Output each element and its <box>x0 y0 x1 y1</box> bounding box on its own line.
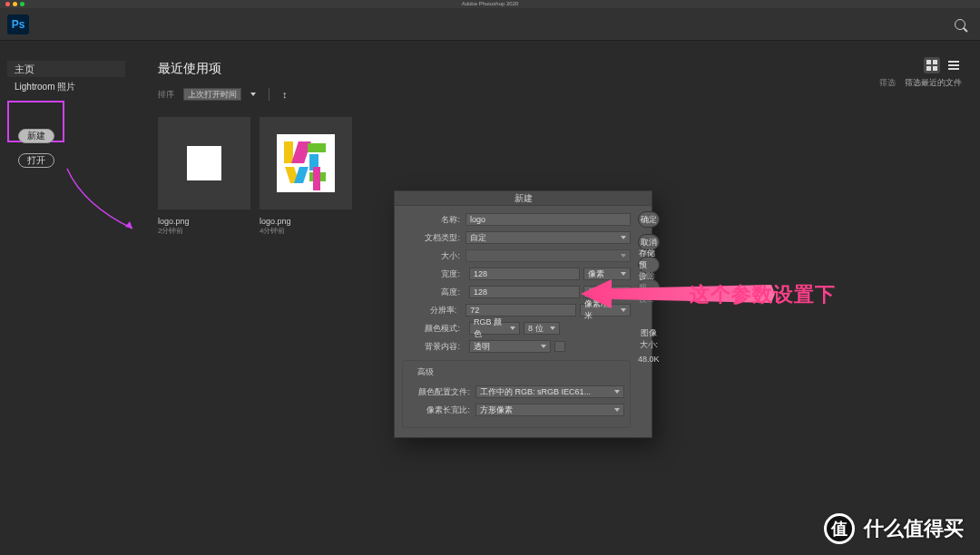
sort-label: 排序 <box>158 89 174 101</box>
file-when: 4分钟前 <box>260 226 352 236</box>
recent-thumbnails: logo.png 2分钟前 logo.png 4分钟前 <box>158 117 352 236</box>
divider <box>269 88 270 101</box>
window-title: Adobe Photoshop 2020 <box>462 1 519 6</box>
new-button[interactable]: 新建 <box>18 129 54 143</box>
thumbnail-image <box>158 117 250 209</box>
aspect-select[interactable]: 方形像素 <box>475 404 624 416</box>
sort-direction-icon[interactable]: ↕ <box>282 89 288 100</box>
aspect-label: 像素长宽比: <box>408 404 475 416</box>
chevron-down-icon <box>621 290 626 294</box>
chevron-down-icon <box>621 272 626 276</box>
app-bar: Ps <box>0 8 980 41</box>
width-label: 宽度: <box>402 268 466 280</box>
left-sidebar: 主页 Lightroom 照片 新建 打开 <box>7 61 148 93</box>
advanced-label: 高级 <box>414 366 437 378</box>
ps-logo-icon[interactable]: Ps <box>7 15 29 34</box>
watermark: 值 什么值得买 <box>824 513 964 544</box>
thumbnail-card[interactable]: logo.png 4分钟前 <box>260 117 352 236</box>
size-select[interactable] <box>466 249 631 262</box>
colormode-select[interactable]: RGB 颜色 <box>469 322 520 335</box>
thumbnail-card[interactable]: logo.png 2分钟前 <box>158 117 250 236</box>
file-name: logo.png <box>260 217 352 226</box>
delete-preset-button: 删除预设... <box>638 279 660 296</box>
chevron-down-icon <box>614 390 620 394</box>
chevron-down-icon <box>621 254 626 258</box>
chevron-down-icon <box>621 308 626 312</box>
ok-button[interactable]: 确定 <box>638 211 660 228</box>
new-document-dialog: 新建 名称: 文档类型: 自定 大小: 宽度: 像素 高度: 像素 分辨率: 像… <box>394 190 652 438</box>
chevron-down-icon <box>614 408 620 412</box>
sort-row: 排序 上次打开时间 ↕ <box>158 88 962 101</box>
recent-heading: 最近使用项 <box>158 61 962 77</box>
annotation-arrow-1 <box>64 165 136 238</box>
image-size-label: 图像大小: <box>640 328 659 349</box>
content-area: 最近使用项 排序 上次打开时间 ↕ logo.png 2分钟前 logo.png… <box>158 61 962 101</box>
doctype-label: 文档类型: <box>402 232 466 244</box>
file-when: 2分钟前 <box>158 226 250 236</box>
bitdepth-select[interactable]: 8 位 <box>524 322 560 335</box>
annotation-callout-text: 这个参数设置下 <box>690 281 836 308</box>
sidebar-item-lightroom[interactable]: Lightroom 照片 <box>7 81 148 93</box>
traffic-light-minimize[interactable] <box>13 2 17 6</box>
filter-input[interactable]: 筛选最近的文件 <box>905 77 962 89</box>
filter-label: 筛选 <box>879 77 896 89</box>
chevron-down-icon <box>541 345 546 348</box>
height-label: 高度: <box>402 287 466 298</box>
profile-label: 颜色配置文件: <box>408 386 475 398</box>
traffic-light-zoom[interactable] <box>20 2 24 6</box>
background-color-swatch[interactable] <box>554 341 565 352</box>
background-label: 背景内容: <box>402 341 466 353</box>
sidebar-item-home[interactable]: 主页 <box>7 61 125 77</box>
background-select[interactable]: 透明 <box>469 340 551 353</box>
width-unit-select[interactable]: 像素 <box>583 268 631 280</box>
resolution-unit-select[interactable]: 像素/厘米 <box>580 304 631 316</box>
image-size-value: 48.0K <box>638 355 660 364</box>
profile-select[interactable]: 工作中的 RGB: sRGB IEC61... <box>475 385 624 398</box>
grid-view-icon[interactable] <box>924 57 940 73</box>
svg-rect-0 <box>926 60 931 64</box>
filter-row: 筛选 筛选最近的文件 <box>879 77 962 89</box>
advanced-group: 高级 颜色配置文件: 工作中的 RGB: sRGB IEC61... 像素长宽比… <box>402 360 631 428</box>
watermark-text: 什么值得买 <box>864 515 964 542</box>
doctype-select[interactable]: 自定 <box>466 231 631 244</box>
traffic-light-close[interactable] <box>5 2 10 6</box>
size-label: 大小: <box>402 250 466 262</box>
macos-titlebar: Adobe Photoshop 2020 <box>0 0 980 8</box>
width-input[interactable] <box>469 268 580 280</box>
colormode-label: 颜色模式: <box>402 323 466 335</box>
search-icon[interactable] <box>955 19 969 34</box>
svg-rect-5 <box>948 64 959 66</box>
name-label: 名称: <box>402 214 466 226</box>
chevron-down-icon <box>510 326 515 330</box>
height-unit-select[interactable]: 像素 <box>583 286 631 298</box>
dialog-title: 新建 <box>395 191 652 206</box>
watermark-badge-icon: 值 <box>824 513 855 544</box>
open-button[interactable]: 打开 <box>18 153 54 168</box>
svg-rect-6 <box>948 68 959 70</box>
view-toggle <box>924 57 962 73</box>
sort-value[interactable]: 上次打开时间 <box>183 88 241 101</box>
file-name: logo.png <box>158 217 250 226</box>
resolution-input[interactable] <box>466 304 576 316</box>
resolution-label: 分辨率: <box>402 305 462 316</box>
chevron-down-icon[interactable] <box>250 92 256 96</box>
thumbnail-image <box>260 117 352 209</box>
svg-rect-3 <box>933 66 937 71</box>
chevron-down-icon <box>550 326 555 330</box>
list-view-icon[interactable] <box>946 57 962 73</box>
height-input[interactable] <box>469 286 580 298</box>
name-input[interactable] <box>466 213 631 226</box>
svg-rect-1 <box>933 60 937 64</box>
image-size-readout: 图像大小: 48.0K <box>638 327 660 364</box>
svg-rect-4 <box>948 61 959 63</box>
chevron-down-icon <box>621 236 626 239</box>
svg-rect-2 <box>926 66 931 71</box>
